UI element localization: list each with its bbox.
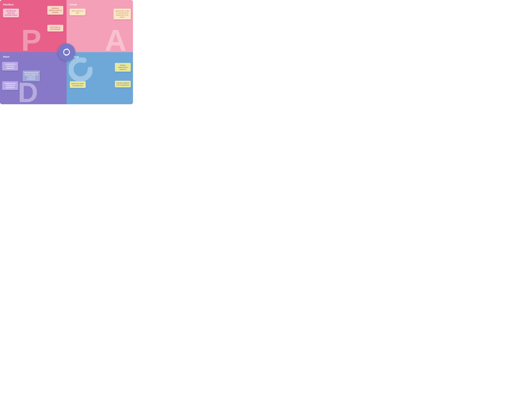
actuar-label: Actuar	[70, 3, 130, 6]
note-implementar: Implementar el plan en otras líneas de p…	[113, 9, 131, 20]
note-desarrollar: Desarrollar un plan detallado	[47, 25, 63, 31]
actuar-letter: A	[105, 25, 126, 52]
note-hacer-ajustes: Hacer ajustes al plan	[70, 9, 86, 15]
actuar-quadrant: Actuar A Hacer ajustes al plan Implement…	[67, 0, 133, 52]
planificar-letter: P	[21, 25, 41, 52]
hacer-quadrant: Hacer D Instalación de una nueva maquina…	[0, 52, 67, 104]
note-realizacion: Realización de sesiones de capacitación	[2, 81, 18, 90]
note-identificar: Identificar las áreas que necesitan mejo…	[3, 9, 19, 17]
note-establecer: Establecer objetivos claros y medibles	[47, 6, 63, 15]
planificar-label: Planificar	[3, 3, 63, 6]
note-instalacion: Instalación de una nueva maquinaria	[2, 62, 18, 71]
planificar-quadrant: Planificar P Identificar las áreas que n…	[0, 0, 67, 52]
note-revisar: Revisar los datos de producción	[70, 81, 86, 88]
verificar-quadrant: Verificar Revisar los datos de producció…	[67, 52, 133, 104]
pdca-diagram: Planificar P Identificar las áreas que n…	[0, 0, 133, 104]
refresh-icon	[62, 47, 72, 57]
center-cycle-circle	[58, 43, 75, 61]
note-reorganizacion: Reorganización del flujo de trabajo en l…	[23, 71, 40, 81]
hacer-label: Hacer	[3, 55, 63, 58]
note-solicitar: Solicitar feedback a los trabajadores	[115, 81, 131, 87]
note-realizar: Realizar inspecciones regulares	[115, 63, 131, 72]
hacer-letter: D	[18, 78, 38, 104]
c-shape-icon	[69, 58, 92, 81]
